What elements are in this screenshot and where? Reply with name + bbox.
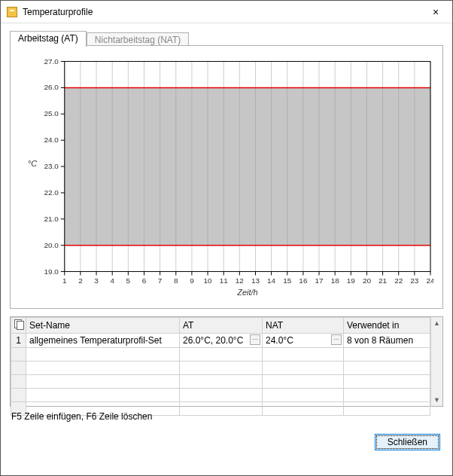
close-icon: × <box>433 6 439 18</box>
svg-text:11: 11 <box>220 276 229 285</box>
svg-text:7: 7 <box>158 276 163 285</box>
svg-text:3: 3 <box>94 276 99 285</box>
svg-text:26.0: 26.0 <box>44 83 59 91</box>
window-title: Temperaturprofile <box>23 7 419 17</box>
col-setname[interactable]: Set-Name <box>26 318 180 334</box>
window-close-button[interactable]: × <box>419 1 452 23</box>
svg-text:23: 23 <box>410 276 419 285</box>
svg-text:6: 6 <box>142 276 147 285</box>
content-area: Arbeitstag (AT) Nichtarbeitstag (NAT) 12… <box>1 23 452 428</box>
svg-text:1: 1 <box>62 276 67 285</box>
profile-table-wrap: Set-Name AT NAT Verwendet in 1allgemeine… <box>10 316 443 407</box>
scroll-down-icon[interactable]: ▼ <box>431 394 442 406</box>
svg-text:20: 20 <box>363 276 372 285</box>
table-corner[interactable] <box>11 318 26 334</box>
cell-verwendet[interactable]: 8 von 8 Räumen <box>344 334 430 348</box>
svg-text:5: 5 <box>126 276 131 285</box>
svg-text:17: 17 <box>315 276 324 285</box>
cell-setname[interactable]: allgemeines Temperaturprofil-Set <box>26 334 180 348</box>
col-verwendet[interactable]: Verwendet in <box>344 318 430 334</box>
table-row-empty[interactable] <box>11 362 430 375</box>
svg-text:24.0: 24.0 <box>44 136 59 144</box>
cell-nat[interactable]: 24.0°C··· <box>263 334 344 348</box>
scroll-up-icon[interactable]: ▲ <box>431 317 442 329</box>
table-row-empty[interactable] <box>11 348 430 362</box>
svg-text:9: 9 <box>190 276 194 285</box>
svg-text:16: 16 <box>299 276 308 285</box>
row-number <box>11 348 26 362</box>
row-number: 1 <box>11 334 26 348</box>
temperature-chart: 1234567891011121314151617181920212223241… <box>20 53 433 302</box>
ellipsis-button[interactable]: ··· <box>331 334 342 345</box>
app-icon <box>7 7 17 17</box>
col-nat[interactable]: NAT <box>263 318 344 334</box>
svg-text:°C: °C <box>28 159 37 168</box>
svg-text:4: 4 <box>110 276 114 285</box>
row-number <box>11 389 26 402</box>
tab-arbeitstag[interactable]: Arbeitstag (AT) <box>10 31 87 47</box>
svg-text:15: 15 <box>283 276 292 285</box>
ellipsis-button[interactable]: ··· <box>250 334 260 345</box>
close-button-label: Schließen <box>388 437 427 447</box>
cell-at[interactable]: 26.0°C, 20.0°C··· <box>180 334 263 348</box>
svg-text:23.0: 23.0 <box>44 162 59 170</box>
copy-icon <box>14 319 24 329</box>
svg-text:Zeit/h: Zeit/h <box>236 288 257 297</box>
svg-text:18: 18 <box>331 276 340 285</box>
svg-text:19.0: 19.0 <box>44 267 59 276</box>
table-header-row: Set-Name AT NAT Verwendet in <box>11 318 430 334</box>
svg-text:19: 19 <box>347 276 356 285</box>
profile-table[interactable]: Set-Name AT NAT Verwendet in 1allgemeine… <box>11 317 430 416</box>
titlebar: Temperaturprofile × <box>1 1 452 23</box>
tab-panel-arbeitstag: 1234567891011121314151617181920212223241… <box>10 45 443 309</box>
row-number <box>11 362 26 375</box>
col-at[interactable]: AT <box>180 318 263 334</box>
tab-label: Arbeitstag (AT) <box>18 33 78 44</box>
svg-text:8: 8 <box>174 276 178 285</box>
svg-text:10: 10 <box>204 276 213 285</box>
table-row-empty[interactable] <box>11 389 430 402</box>
table-row[interactable]: 1allgemeines Temperaturprofil-Set26.0°C,… <box>11 334 430 348</box>
tabs: Arbeitstag (AT) Nichtarbeitstag (NAT) <box>10 31 443 46</box>
tab-label: Nichtarbeitstag (NAT) <box>95 35 181 45</box>
svg-text:14: 14 <box>267 276 276 285</box>
svg-text:20.0: 20.0 <box>44 241 59 249</box>
table-row-empty[interactable] <box>11 375 430 389</box>
svg-text:12: 12 <box>236 276 245 285</box>
svg-text:27.0: 27.0 <box>44 57 59 66</box>
svg-text:2: 2 <box>78 276 83 285</box>
svg-text:22: 22 <box>394 276 403 285</box>
tab-nichtarbeitstag[interactable]: Nichtarbeitstag (NAT) <box>87 32 189 46</box>
svg-text:13: 13 <box>251 276 260 285</box>
close-button[interactable]: Schließen <box>375 434 440 450</box>
table-scrollbar[interactable]: ▲ ▼ <box>430 317 442 406</box>
dialog-buttons: Schließen <box>1 428 452 450</box>
row-number <box>11 375 26 389</box>
svg-text:21.0: 21.0 <box>44 215 59 223</box>
svg-rect-0 <box>65 87 430 245</box>
svg-text:21: 21 <box>379 276 388 285</box>
svg-text:22.0: 22.0 <box>44 188 59 197</box>
svg-text:25.0: 25.0 <box>44 109 59 117</box>
svg-text:24: 24 <box>426 276 433 285</box>
